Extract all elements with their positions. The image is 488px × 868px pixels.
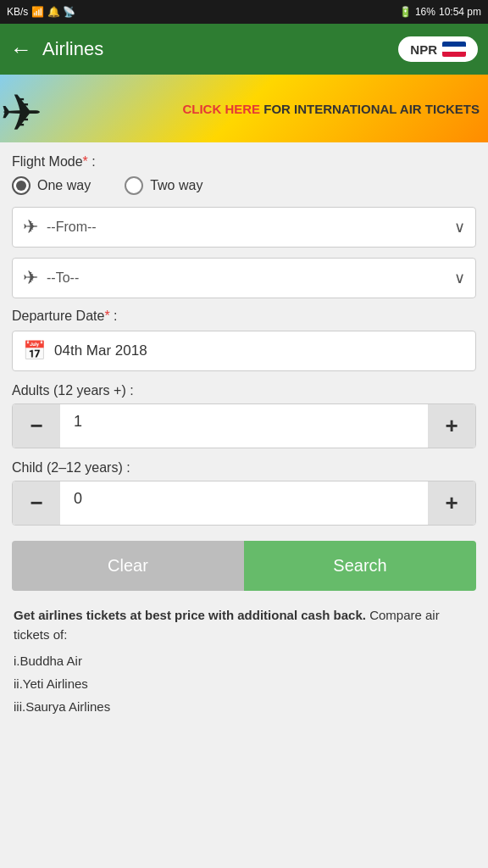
child-decrement-button[interactable]: − <box>13 481 60 525</box>
child-label: Child (2–12 years) : <box>12 460 476 476</box>
app-bar-left: ← Airlines <box>10 38 103 60</box>
plane-to-icon: ✈ <box>23 267 38 289</box>
child-increment-button[interactable]: + <box>428 481 475 525</box>
list-item: ii.Yeti Airlines <box>14 672 474 695</box>
departure-date-value: 04th Mar 2018 <box>54 342 147 359</box>
adults-value: 1 <box>60 404 428 448</box>
adults-decrement-button[interactable]: − <box>13 404 60 448</box>
flag-icon <box>442 42 466 57</box>
click-here-label: CLICK HERE <box>182 102 260 116</box>
to-dropdown[interactable]: ✈ --To-- ∨ <box>12 258 476 298</box>
action-buttons: Clear Search <box>12 541 476 591</box>
from-dropdown[interactable]: ✈ --From-- ∨ <box>12 207 476 248</box>
footer-main-text: Get airlines tickets at best price with … <box>14 608 366 622</box>
adults-section: Adults (12 years +) : − 1 + <box>12 383 476 448</box>
clear-button[interactable]: Clear <box>12 541 244 591</box>
banner-description: FOR INTERNATIONAL AIR TICKETS <box>260 102 480 116</box>
child-counter: − 0 + <box>12 481 476 526</box>
list-item: i.Buddha Air <box>14 649 474 672</box>
currency-label: NPR <box>410 42 437 57</box>
radio-one-way[interactable]: One way <box>12 176 91 195</box>
child-value: 0 <box>60 481 428 525</box>
footer-airlines-list: i.Buddha Air ii.Yeti Airlines iii.Saurya… <box>14 649 474 718</box>
footer-section: Get airlines tickets at best price with … <box>12 606 476 718</box>
main-content: Flight Mode* : One way Two way ✈ --From-… <box>0 142 488 735</box>
page-title: Airlines <box>42 38 103 60</box>
calendar-icon: 📅 <box>23 340 46 362</box>
departure-date-section: Departure Date* : 📅 04th Mar 2018 <box>12 309 476 371</box>
list-item: iii.Saurya Airlines <box>14 695 474 718</box>
radio-label-one-way: One way <box>37 178 91 193</box>
radio-circle-one-way <box>12 176 30 195</box>
plane-from-icon: ✈ <box>23 216 38 238</box>
plane-icon: ✈ <box>0 83 42 142</box>
search-button[interactable]: Search <box>244 541 476 591</box>
flight-mode-section: Flight Mode* : One way Two way <box>12 154 476 195</box>
radio-circle-two-way <box>125 176 143 195</box>
promo-banner[interactable]: ✈ CLICK HERE FOR INTERNATIONAL AIR TICKE… <box>0 75 488 142</box>
app-bar: ← Airlines NPR <box>0 24 488 75</box>
child-section: Child (2–12 years) : − 0 + <box>12 460 476 526</box>
status-left: KB/s 📶 🔔 📡 <box>7 6 75 18</box>
departure-date-label: Departure Date* : <box>12 309 476 324</box>
battery-icon: 🔋 <box>399 6 412 18</box>
status-kb: KB/s <box>7 6 28 18</box>
departure-date-field[interactable]: 📅 04th Mar 2018 <box>12 331 476 371</box>
radio-label-two-way: Two way <box>150 178 202 193</box>
flight-mode-label: Flight Mode* : <box>12 154 476 170</box>
status-right: 🔋 16% 10:54 pm <box>399 6 481 18</box>
adults-label: Adults (12 years +) : <box>12 383 476 398</box>
chevron-down-icon-to: ∨ <box>454 269 465 287</box>
currency-badge[interactable]: NPR <box>398 36 478 62</box>
banner-text: CLICK HERE FOR INTERNATIONAL AIR TICKETS <box>182 102 480 116</box>
from-value: --From-- <box>47 220 446 235</box>
radio-two-way[interactable]: Two way <box>125 176 202 195</box>
radio-group: One way Two way <box>12 176 476 195</box>
battery-level: 16% <box>415 6 435 18</box>
status-icons: 📶 🔔 📡 <box>31 6 75 18</box>
back-button[interactable]: ← <box>10 38 32 60</box>
status-bar: KB/s 📶 🔔 📡 🔋 16% 10:54 pm <box>0 0 488 24</box>
adults-counter: − 1 + <box>12 403 476 448</box>
adults-increment-button[interactable]: + <box>428 404 475 448</box>
to-value: --To-- <box>47 270 446 286</box>
chevron-down-icon: ∨ <box>454 218 465 236</box>
time-display: 10:54 pm <box>439 6 481 18</box>
